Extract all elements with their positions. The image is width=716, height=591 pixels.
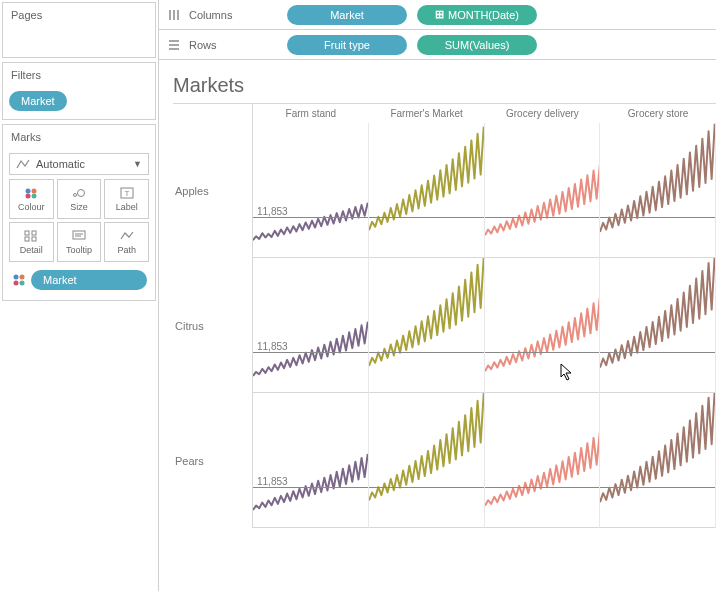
pages-label: Pages: [3, 3, 155, 27]
filters-panel: Filters Market: [2, 62, 156, 120]
reference-line: [600, 487, 715, 488]
rows-pill-fruit-type[interactable]: Fruit type: [287, 35, 407, 55]
reference-line: [253, 217, 368, 218]
column-header[interactable]: Farmer's Market: [369, 103, 485, 123]
size-button[interactable]: Size: [57, 179, 102, 219]
filters-label: Filters: [3, 63, 155, 87]
columns-label: Columns: [189, 9, 279, 21]
svg-point-2: [26, 194, 31, 199]
columns-pill-month-date[interactable]: ⊞MONTH(Date): [417, 5, 537, 25]
svg-point-0: [26, 189, 31, 194]
svg-rect-11: [32, 237, 36, 241]
chart-cell[interactable]: [600, 258, 716, 393]
svg-rect-12: [73, 231, 85, 239]
svg-rect-9: [32, 231, 36, 235]
svg-rect-10: [25, 237, 29, 241]
svg-text:T: T: [124, 189, 129, 198]
chart-cell[interactable]: [369, 258, 485, 393]
path-label: Path: [117, 245, 136, 255]
reference-line: [253, 487, 368, 488]
chart-cell[interactable]: [485, 393, 601, 528]
colour-icon: [11, 272, 27, 288]
marks-label: Marks: [3, 125, 155, 149]
pages-panel: Pages: [2, 2, 156, 58]
label-label: Label: [116, 202, 138, 212]
svg-point-17: [14, 281, 19, 286]
svg-point-4: [73, 194, 76, 197]
label-icon: T: [119, 186, 135, 200]
columns-shelf[interactable]: Columns Market ⊞MONTH(Date): [159, 0, 716, 30]
reference-line: [253, 352, 368, 353]
path-button[interactable]: Path: [104, 222, 149, 262]
row-header[interactable]: Citrus: [173, 258, 253, 393]
svg-rect-8: [25, 231, 29, 235]
chart-cell[interactable]: [369, 393, 485, 528]
tooltip-label: Tooltip: [66, 245, 92, 255]
main-area: Columns Market ⊞MONTH(Date) Rows Fruit t…: [158, 0, 716, 591]
reference-line: [369, 352, 484, 353]
marks-type-label: Automatic: [36, 158, 85, 170]
svg-point-18: [20, 281, 25, 286]
chart-cell[interactable]: 11,853: [253, 393, 369, 528]
expand-icon: ⊞: [435, 8, 444, 21]
chart-cell[interactable]: [369, 123, 485, 258]
sidebar: Pages Filters Market Marks Automatic ▼: [0, 0, 158, 591]
tooltip-button[interactable]: Tooltip: [57, 222, 102, 262]
svg-point-15: [14, 275, 19, 280]
row-header[interactable]: Apples: [173, 123, 253, 258]
marks-panel: Marks Automatic ▼ Colour S: [2, 124, 156, 301]
svg-point-1: [32, 189, 37, 194]
rows-label: Rows: [189, 39, 279, 51]
reference-line: [369, 487, 484, 488]
viz-canvas: Markets Farm standFarmer's MarketGrocery…: [159, 60, 716, 591]
reference-line: [369, 217, 484, 218]
reference-label: 11,853: [257, 206, 288, 217]
filter-pill-market[interactable]: Market: [9, 91, 67, 111]
column-header[interactable]: Farm stand: [253, 103, 369, 123]
chart-cell[interactable]: [600, 393, 716, 528]
chart-cell[interactable]: [600, 123, 716, 258]
reference-line: [485, 352, 600, 353]
detail-icon: [23, 229, 39, 243]
reference-line: [600, 352, 715, 353]
chart-cell[interactable]: [485, 123, 601, 258]
colour-assignment-pill[interactable]: Market: [31, 270, 147, 290]
reference-line: [600, 217, 715, 218]
marks-type-select[interactable]: Automatic ▼: [9, 153, 149, 175]
svg-point-3: [32, 194, 37, 199]
chart-cell[interactable]: 11,853: [253, 123, 369, 258]
colour-label: Colour: [18, 202, 45, 212]
reference-line: [485, 217, 600, 218]
chart-cell[interactable]: [485, 258, 601, 393]
detail-label: Detail: [20, 245, 43, 255]
pages-shelf[interactable]: [3, 27, 155, 57]
viz-title[interactable]: Markets: [173, 74, 716, 97]
chart-cell[interactable]: 11,853: [253, 258, 369, 393]
rows-pill-sum-values[interactable]: SUM(Values): [417, 35, 537, 55]
svg-point-16: [20, 275, 25, 280]
svg-point-5: [77, 190, 84, 197]
chevron-down-icon: ▼: [133, 159, 142, 169]
columns-icon: [167, 9, 181, 21]
rows-icon: [167, 39, 181, 51]
colour-icon: [23, 186, 39, 200]
column-header[interactable]: Grocery delivery: [485, 103, 601, 123]
columns-pill-market[interactable]: Market: [287, 5, 407, 25]
rows-shelf[interactable]: Rows Fruit type SUM(Values): [159, 30, 716, 60]
reference-label: 11,853: [257, 341, 288, 352]
column-header[interactable]: Grocery store: [600, 103, 716, 123]
path-icon: [119, 229, 135, 243]
tooltip-icon: [71, 229, 87, 243]
size-icon: [71, 186, 87, 200]
row-header[interactable]: Pears: [173, 393, 253, 528]
label-button[interactable]: T Label: [104, 179, 149, 219]
colour-button[interactable]: Colour: [9, 179, 54, 219]
detail-button[interactable]: Detail: [9, 222, 54, 262]
reference-label: 11,853: [257, 476, 288, 487]
reference-line: [485, 487, 600, 488]
size-label: Size: [70, 202, 88, 212]
automatic-line-icon: [16, 158, 30, 170]
